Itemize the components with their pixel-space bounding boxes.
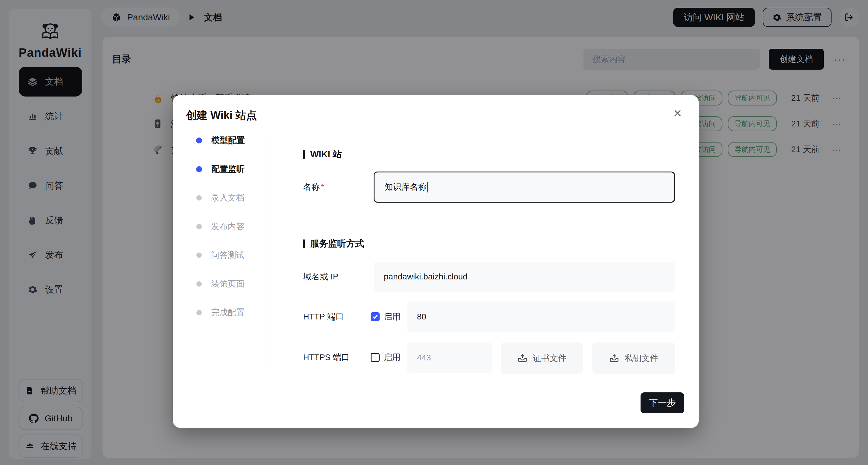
step-dot <box>196 281 202 287</box>
next-step-button[interactable]: 下一步 <box>641 392 684 413</box>
listen-section-header: 服务监听方式 <box>303 238 364 250</box>
http-port-label: HTTP 端口 <box>303 311 344 323</box>
key-file-button[interactable]: 私钥文件 <box>592 342 675 374</box>
stepper-divider <box>270 133 270 372</box>
https-enable-label: 启用 <box>384 351 401 363</box>
step-dot <box>196 137 202 144</box>
domain-label: 域名或 IP <box>303 271 338 283</box>
cert-file-label: 证书文件 <box>533 353 566 364</box>
step-connector <box>223 236 223 246</box>
step-listen-config[interactable]: 配置监听 <box>194 160 245 178</box>
upload-icon <box>609 353 619 363</box>
section-divider <box>296 222 686 222</box>
step-finish-config[interactable]: 完成配置 <box>194 304 245 321</box>
step-label: 配置监听 <box>211 163 245 175</box>
step-model-config[interactable]: 模型配置 <box>194 131 245 149</box>
check-icon <box>372 313 378 320</box>
step-publish-content[interactable]: 发布内容 <box>194 218 245 236</box>
domain-value: pandawiki.baizhi.cloud <box>384 272 467 281</box>
name-field[interactable]: 知识库名称 <box>374 172 675 203</box>
domain-field[interactable]: pandawiki.baizhi.cloud <box>374 262 675 292</box>
step-connector <box>223 178 223 189</box>
setup-stepper: 模型配置 配置监听 录入文档 发布内容 问答测试 <box>194 131 245 321</box>
step-dot <box>196 224 202 229</box>
step-import-docs[interactable]: 录入文档 <box>194 189 245 207</box>
section-bar <box>303 239 305 248</box>
step-connector <box>223 293 223 304</box>
step-label: 模型配置 <box>211 135 245 146</box>
upload-icon <box>517 353 528 363</box>
required-asterisk: * <box>321 183 324 191</box>
https-port-label: HTTPS 端口 <box>303 351 350 363</box>
https-enable-checkbox[interactable] <box>371 353 380 362</box>
step-label: 完成配置 <box>211 307 245 318</box>
http-port-field[interactable]: 80 <box>407 302 675 332</box>
close-icon[interactable]: ✕ <box>673 108 682 119</box>
step-label: 装饰页面 <box>211 278 245 289</box>
http-port-value: 80 <box>417 312 426 321</box>
http-enable-checkbox[interactable] <box>371 312 380 321</box>
step-connector <box>223 149 223 160</box>
step-dot <box>196 166 202 172</box>
step-label: 录入文档 <box>211 192 245 204</box>
create-wiki-modal: 创建 Wiki 站点 ✕ 模型配置 配置监听 录入文档 发布内容 <box>173 95 699 428</box>
http-enable-label: 启用 <box>384 311 401 323</box>
step-connector <box>223 207 223 218</box>
listen-section-title: 服务监听方式 <box>310 238 364 250</box>
step-dot <box>196 252 202 258</box>
step-dot <box>196 310 202 315</box>
step-label: 发布内容 <box>211 221 245 232</box>
https-port-field[interactable]: 443 <box>407 342 492 373</box>
next-step-label: 下一步 <box>649 397 676 409</box>
section-bar <box>303 150 305 159</box>
modal-title: 创建 Wiki 站点 <box>186 108 257 123</box>
step-label: 问答测试 <box>211 250 245 261</box>
step-dot <box>196 195 202 200</box>
pandawiki-app: PandaWiki 文档 统计 贡献 <box>0 0 868 465</box>
https-port-value: 443 <box>417 353 431 363</box>
step-connector <box>223 264 223 275</box>
key-file-label: 私钥文件 <box>625 353 658 364</box>
text-caret <box>427 182 428 192</box>
wiki-section-title: WIKI 站 <box>310 148 342 160</box>
name-label: 名称* <box>303 181 324 193</box>
wiki-section-header: WIKI 站 <box>303 148 342 160</box>
cert-file-button[interactable]: 证书文件 <box>501 342 583 374</box>
name-value: 知识库名称 <box>385 181 427 193</box>
name-label-text: 名称 <box>303 182 320 191</box>
step-decorate-page[interactable]: 装饰页面 <box>194 275 245 293</box>
step-qa-test[interactable]: 问答测试 <box>194 246 245 264</box>
